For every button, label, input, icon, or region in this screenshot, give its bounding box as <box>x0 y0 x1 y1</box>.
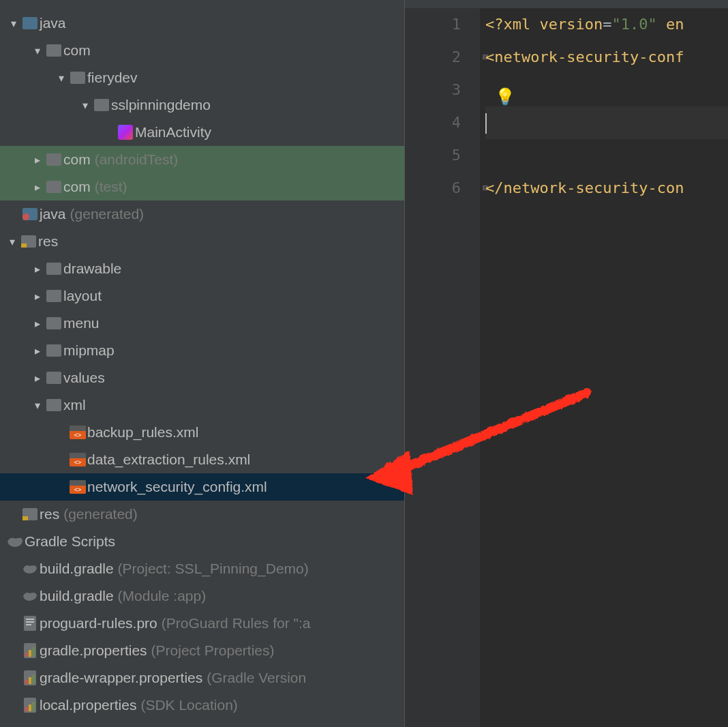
chevron-down-icon[interactable]: ▾ <box>78 99 92 112</box>
folder-layout[interactable]: ▸ layout <box>0 282 404 310</box>
code-line <box>485 139 728 172</box>
tree-label: res <box>38 233 58 250</box>
folder-sslpinningdemo[interactable]: ▾ sslpinningdemo <box>0 91 404 119</box>
svg-rect-25 <box>32 647 35 657</box>
project-tree[interactable]: ▾ java ▾ com ▾ fierydev ▾ sslpinningdemo… <box>0 8 404 727</box>
editor-body[interactable]: 1 2⊟ 3 4 5 6⊟ 💡 <?xml version="1.0" en <… <box>405 8 728 727</box>
file-gradle-properties[interactable]: gradle.properties (Project Properties) <box>0 637 404 664</box>
intention-bulb-icon[interactable]: 💡 <box>495 80 515 113</box>
svg-rect-28 <box>29 677 31 684</box>
tree-label: build.gradle <box>40 588 114 604</box>
chevron-down-icon[interactable]: ▾ <box>7 17 20 30</box>
generated-folder-icon <box>20 208 40 220</box>
svg-rect-15 <box>46 399 61 411</box>
line-number: 3 <box>405 74 461 106</box>
kotlin-icon <box>116 125 135 140</box>
tree-suffix: (test) <box>95 179 127 195</box>
folder-xml[interactable]: ▾ xml <box>0 391 404 419</box>
chevron-right-icon[interactable]: ▸ <box>31 317 44 330</box>
chevron-right-icon[interactable]: ▸ <box>31 372 44 385</box>
svg-rect-17 <box>22 516 28 520</box>
svg-rect-4 <box>46 153 61 166</box>
folder-com-test[interactable]: ▸ com (test) <box>0 173 404 201</box>
folder-fierydev[interactable]: ▾ fierydev <box>0 64 404 91</box>
tree-suffix: (SDK Location) <box>140 697 237 713</box>
svg-rect-13 <box>46 344 61 357</box>
folder-java-generated[interactable]: java (generated) <box>0 201 404 228</box>
svg-rect-24 <box>29 650 31 657</box>
xml-file-icon: <> <box>68 480 87 494</box>
file-proguard-rules[interactable]: proguard-rules.pro (ProGuard Rules for "… <box>0 610 404 637</box>
chevron-down-icon[interactable]: ▾ <box>55 72 68 85</box>
svg-rect-27 <box>25 680 28 684</box>
tree-label: network_security_config.xml <box>87 479 267 495</box>
folder-res-generated[interactable]: res (generated) <box>0 501 404 528</box>
tree-label: com <box>63 179 91 195</box>
tree-label: settings.gradle <box>40 724 133 727</box>
folder-menu[interactable]: ▸ menu <box>0 310 404 337</box>
folder-mipmap[interactable]: ▸ mipmap <box>0 337 404 364</box>
tree-label: drawable <box>63 261 121 277</box>
tree-label: com <box>63 42 91 59</box>
file-build-gradle-project[interactable]: build.gradle (Project: SSL_Pinning_Demo) <box>0 555 404 582</box>
file-settings-gradle[interactable]: settings.gradle (Project Settings) <box>0 719 404 727</box>
tree-suffix: (Project: SSL_Pinning_Demo) <box>118 561 309 577</box>
folder-icon <box>92 99 111 111</box>
code-area[interactable]: 💡 <?xml version="1.0" en <network-securi… <box>480 8 728 727</box>
chevron-right-icon[interactable]: ▸ <box>31 181 44 194</box>
gradle-file-icon <box>20 590 40 602</box>
svg-point-7 <box>22 213 29 220</box>
folder-values[interactable]: ▸ values <box>0 364 404 391</box>
file-gradle-wrapper-properties[interactable]: gradle-wrapper.properties (Gradle Versio… <box>0 664 404 692</box>
folder-icon <box>68 72 87 84</box>
tree-label: res <box>40 506 59 522</box>
properties-file-icon <box>20 698 40 713</box>
properties-file-icon <box>20 670 40 685</box>
folder-icon <box>44 290 63 302</box>
xml-file-icon: <> <box>68 426 87 439</box>
svg-rect-29 <box>32 674 35 684</box>
file-build-gradle-module[interactable]: build.gradle (Module :app) <box>0 582 404 610</box>
chevron-right-icon[interactable]: ▸ <box>31 153 44 166</box>
folder-drawable[interactable]: ▸ drawable <box>0 255 404 282</box>
chevron-right-icon[interactable]: ▸ <box>31 263 44 276</box>
file-local-properties[interactable]: local.properties (SDK Location) <box>0 692 404 719</box>
file-backup-rules[interactable]: <> backup_rules.xml <box>0 419 404 446</box>
svg-rect-32 <box>29 704 31 711</box>
tree-label: menu <box>63 315 100 331</box>
file-network-security-config[interactable]: <> network_security_config.xml <box>0 473 404 501</box>
tree-label: mipmap <box>63 342 115 359</box>
chevron-down-icon[interactable]: ▾ <box>5 235 19 248</box>
svg-rect-10 <box>46 263 61 275</box>
tree-label: backup_rules.xml <box>87 424 198 441</box>
file-mainactivity[interactable]: MainActivity <box>0 119 404 146</box>
tree-suffix: (androidTest) <box>95 151 179 168</box>
line-number: 5 <box>405 139 461 172</box>
tree-label: local.properties <box>40 697 136 713</box>
tree-label: build.gradle <box>40 561 114 577</box>
xml-file-icon: <> <box>68 453 87 466</box>
res-folder-icon <box>19 235 38 248</box>
folder-com-androidtest[interactable]: ▸ com (androidTest) <box>0 146 404 173</box>
chevron-right-icon[interactable]: ▸ <box>31 344 44 357</box>
line-number: 1 <box>405 8 461 41</box>
gradle-scripts[interactable]: Gradle Scripts <box>0 528 404 555</box>
file-data-extraction-rules[interactable]: <> data_extraction_rules.xml <box>0 446 404 473</box>
tree-suffix: (Module :app) <box>118 588 207 604</box>
chevron-down-icon[interactable]: ▾ <box>31 399 44 412</box>
chevron-down-icon[interactable]: ▾ <box>31 44 44 57</box>
folder-icon <box>44 181 63 193</box>
folder-icon <box>44 44 63 57</box>
line-number: 2⊟ <box>405 41 461 74</box>
folder-com[interactable]: ▾ com <box>0 37 404 64</box>
svg-rect-12 <box>46 317 61 329</box>
folder-java[interactable]: ▾ java <box>0 10 404 37</box>
folder-res[interactable]: ▾ res <box>0 228 404 255</box>
tree-label: layout <box>63 288 102 304</box>
chevron-right-icon[interactable]: ▸ <box>31 290 44 303</box>
svg-rect-1 <box>46 44 61 57</box>
svg-rect-31 <box>25 707 28 711</box>
tree-label: gradle-wrapper.properties <box>40 670 202 686</box>
res-folder-icon <box>20 508 40 520</box>
tree-suffix: (generated) <box>70 206 145 222</box>
